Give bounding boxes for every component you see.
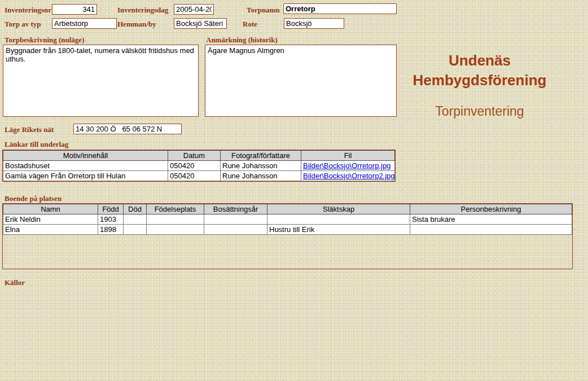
torpnamn-label: Torpnamn xyxy=(247,6,280,15)
links-cell-fil: Bilder\Bocksjo\Orretorp.jpg xyxy=(301,161,395,171)
torpinventering-page: Inventeringsnr Inventeringsdag Torpnamn … xyxy=(0,0,588,381)
hemman-by-label: Hemman/by xyxy=(117,20,156,29)
hemman-by-input[interactable] xyxy=(174,18,227,29)
torpbeskrivning-textarea[interactable]: Byggnader från 1800-talet, numera välskö… xyxy=(3,45,199,117)
residents-header-bosattningsar: Bosättningsår xyxy=(204,204,267,214)
residents-cell-fodd: 1898 xyxy=(98,225,124,235)
residents-header-slaktskap: Släktskap xyxy=(267,204,410,214)
residents-header-personbeskrivning: Personbeskrivning xyxy=(410,204,572,214)
links-header-motiv: Motiv/innehåll xyxy=(3,151,168,161)
lage-input[interactable] xyxy=(73,124,182,134)
residents-cell-namn: Erik Neldin xyxy=(3,214,98,225)
inventeringsdag-input[interactable] xyxy=(174,4,214,15)
table-row: Bostadshuset 050420 Rune Johansson Bilde… xyxy=(3,161,395,171)
residents-header-row: Namn Född Död Födelseplats Bosättningsår… xyxy=(3,204,572,214)
links-table: Motiv/innehåll Datum Fotograf/författare… xyxy=(2,150,396,182)
table-row: Elna 1898 Hustru till Erik xyxy=(3,225,572,235)
file-link[interactable]: Bilder\Bocksjo\Orretorp.jpg xyxy=(303,161,390,170)
residents-header-fodelseplats: Födelseplats xyxy=(147,204,204,214)
residents-header-fodd: Född xyxy=(98,204,124,214)
links-cell-fotograf: Rune Johansson xyxy=(221,171,301,181)
inventeringsnr-input[interactable] xyxy=(52,4,97,15)
anmarkning-textarea[interactable]: Ägare Magnus Almgren xyxy=(205,45,397,117)
torpnamn-input[interactable] xyxy=(283,3,397,14)
app-subtitle: Torpinventering xyxy=(389,104,570,119)
table-row: Gamla vägen Från Orretorp till Hulan 050… xyxy=(3,171,395,181)
residents-cell-personbeskrivning xyxy=(410,225,572,235)
residents-cell-slaktskap xyxy=(267,214,410,225)
inventeringsdag-label: Inventeringsdag xyxy=(117,6,168,15)
file-link[interactable]: Bilder\Bocksjo\Orretorp2.jpg xyxy=(303,172,395,180)
links-cell-datum: 050420 xyxy=(168,161,221,171)
lage-label: Läge Rikets nät xyxy=(5,125,54,134)
rote-input[interactable] xyxy=(284,18,344,29)
links-cell-motiv: Bostadshuset xyxy=(3,161,168,171)
org-title: Undenäs Hembygdsförening xyxy=(389,51,570,90)
org-title-line1: Undenäs xyxy=(389,51,570,71)
links-cell-fil: Bilder\Bocksjo\Orretorp2.jpg xyxy=(301,171,395,181)
residents-header-namn: Namn xyxy=(3,204,98,214)
links-header-fotograf: Fotograf/författare xyxy=(221,151,301,161)
residents-cell-dod xyxy=(124,214,147,225)
links-cell-motiv: Gamla vägen Från Orretorp till Hulan xyxy=(3,171,168,181)
residents-cell-slaktskap: Hustru till Erik xyxy=(267,225,410,235)
residents-cell-bosattningsar xyxy=(204,214,267,225)
residents-section-title: Boende på platsen xyxy=(5,194,62,203)
links-section-title: Länkar till underlag xyxy=(5,140,68,149)
residents-cell-fodd: 1903 xyxy=(98,214,124,225)
residents-cell-fodelseplats xyxy=(147,214,204,225)
links-cell-datum: 050420 xyxy=(168,171,221,181)
torp-av-typ-label: Torp av typ xyxy=(5,20,41,29)
links-header-fil: Fil xyxy=(301,151,395,161)
residents-cell-personbeskrivning: Sista brukare xyxy=(410,214,572,225)
residents-cell-bosattningsar xyxy=(204,225,267,235)
rote-label: Rote xyxy=(243,20,257,29)
links-header-row: Motiv/innehåll Datum Fotograf/författare… xyxy=(3,151,395,161)
residents-cell-fodelseplats xyxy=(147,225,204,235)
inventeringsnr-label: Inventeringsnr xyxy=(5,6,51,15)
residents-table: Namn Född Död Födelseplats Bosättningsår… xyxy=(2,203,573,269)
torpbeskrivning-label: Torpbeskrivning (nuläge) xyxy=(5,36,84,45)
org-title-line2: Hembygdsförening xyxy=(389,71,570,90)
residents-cell-namn: Elna xyxy=(3,225,98,235)
residents-header-dod: Död xyxy=(124,204,147,214)
sources-label: Källor xyxy=(5,278,25,287)
anmarkning-label: Anmärkning (historik) xyxy=(206,36,278,45)
links-header-datum: Datum xyxy=(168,151,221,161)
links-cell-fotograf: Rune Johansson xyxy=(221,161,301,171)
residents-cell-dod xyxy=(124,225,147,235)
table-row: Erik Neldin 1903 Sista brukare xyxy=(3,214,572,225)
torp-av-typ-input[interactable] xyxy=(52,18,117,29)
